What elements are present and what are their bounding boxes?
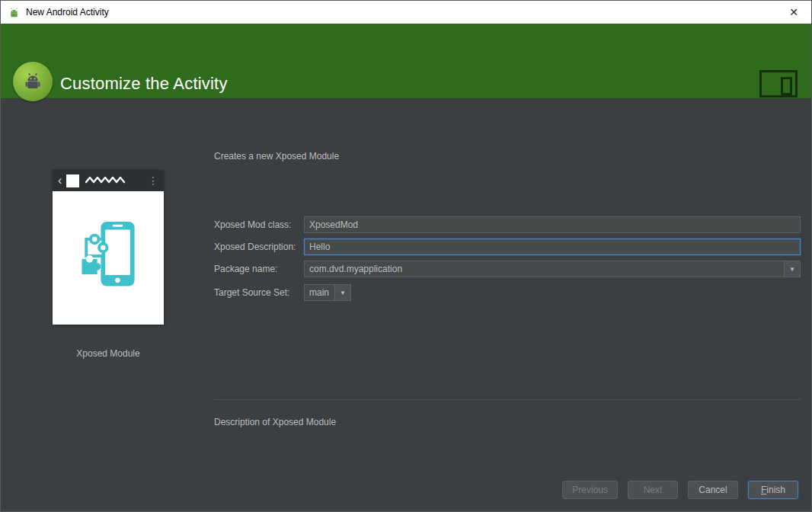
next-button[interactable]: Next	[628, 481, 678, 499]
wizard-header: Customize the Activity	[1, 24, 811, 98]
package-name-value: com.dvd.myapplication	[309, 264, 402, 274]
device-preview-icon	[759, 70, 798, 98]
back-chevron-icon: ‹	[58, 174, 62, 187]
template-name-label: Xposed Module	[53, 348, 164, 359]
android-studio-logo-icon	[13, 62, 53, 101]
window-titlebar: New Android Activity ✕	[1, 1, 811, 24]
form-row-mod-class: Xposed Mod class:	[214, 216, 801, 233]
horizontal-divider	[214, 399, 801, 400]
signal-squiggle-icon	[85, 175, 128, 187]
form-row-description: Xposed Description:	[214, 238, 801, 255]
phone-inner-icon	[781, 77, 792, 95]
previous-button[interactable]: Previous	[562, 481, 618, 499]
close-icon: ✕	[789, 6, 798, 18]
preview-artwork	[53, 191, 164, 325]
overflow-menu-icon: ⋮	[148, 174, 158, 187]
placeholder-square-icon	[66, 174, 79, 187]
mod-class-input[interactable]	[304, 216, 801, 233]
description-input[interactable]	[304, 238, 801, 255]
description-footer-text: Description of Xposed Module	[214, 417, 336, 427]
android-icon	[8, 6, 21, 19]
preview-toolbar: ‹ ⋮	[53, 170, 164, 191]
close-button[interactable]: ✕	[776, 1, 811, 24]
target-source-set-label: Target Source Set:	[214, 284, 301, 301]
template-description-text: Creates a new Xposed Module	[214, 151, 339, 162]
finish-button[interactable]: Finish	[748, 481, 798, 499]
dropdown-arrow-icon: ▼	[789, 266, 795, 273]
page-title: Customize the Activity	[60, 74, 228, 94]
target-source-set-combo[interactable]: main ▼	[304, 284, 351, 301]
xposed-puzzle-phone-icon	[72, 213, 145, 303]
window-title: New Android Activity	[26, 7, 109, 18]
package-name-dropdown-button[interactable]: ▼	[784, 261, 800, 277]
target-source-set-value: main	[309, 287, 329, 298]
form-row-target-source-set: Target Source Set: main ▼	[214, 284, 801, 301]
new-android-activity-dialog: New Android Activity ✕ Customize the Act…	[0, 0, 812, 512]
description-label: Xposed Description:	[214, 238, 301, 255]
dropdown-arrow-icon: ▼	[340, 290, 346, 296]
template-preview-card: ‹ ⋮	[53, 170, 164, 325]
mod-class-label: Xposed Mod class:	[214, 216, 301, 233]
wizard-button-bar: Previous Next Cancel Finish	[562, 481, 798, 499]
form-row-package-name: Package name: com.dvd.myapplication ▼	[214, 261, 801, 277]
package-name-label: Package name:	[214, 261, 301, 277]
target-source-set-dropdown-button[interactable]: ▼	[334, 285, 350, 300]
package-name-combo[interactable]: com.dvd.myapplication ▼	[304, 261, 801, 277]
cancel-button[interactable]: Cancel	[688, 481, 738, 499]
